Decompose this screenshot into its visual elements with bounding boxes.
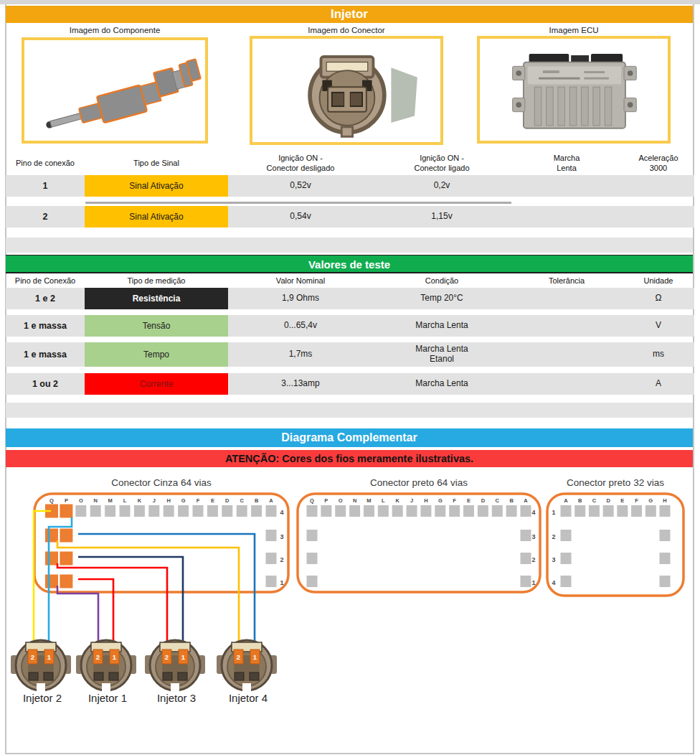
pin-column-letter: P: [65, 497, 68, 504]
wiring-diagram: Conector Cinza 64 viasQPONMLKJHGFEDCBA43…: [6, 470, 694, 754]
page-title: Injetor: [6, 6, 693, 23]
pin-cavity: [148, 505, 159, 517]
pin-column-letter: O: [339, 497, 343, 504]
nominal-value: 1,9 Ohms: [228, 294, 373, 304]
pin-cavity-highlighted: [45, 529, 58, 543]
pin-column-letter: G: [438, 497, 443, 504]
pin-cavity: [561, 576, 572, 587]
injector-connector: 21Injetor 2: [11, 640, 71, 704]
pin-cavity: [364, 505, 374, 517]
pin-cavity: [589, 505, 600, 517]
nominal-value: 1,7ms: [228, 350, 373, 360]
pins-value: 1 e massa: [6, 350, 85, 360]
pin-cavity: [164, 505, 174, 517]
pin-cavity: [75, 505, 86, 517]
pin-cavity: [266, 530, 277, 541]
injector-connector: 21Injetor 4: [217, 640, 277, 704]
pin-cavity: [335, 505, 346, 517]
pin-column-letter: N: [93, 497, 97, 504]
condition-value: Temp 20°C: [373, 294, 511, 304]
pin-cavity: [420, 505, 431, 517]
ign-on-disconnected-value: 0,52v: [228, 181, 373, 191]
pin-column-letter: H: [166, 497, 170, 504]
pin-cavity-highlighted: [60, 505, 72, 518]
pin-column-letter: Q: [310, 497, 314, 504]
pin-column-letter: H: [424, 497, 427, 504]
pin-column-letter: A: [564, 497, 568, 504]
injector-label: Injetor 3: [157, 692, 196, 704]
pin-cavity: [660, 505, 671, 517]
pin-number: 2: [6, 212, 85, 222]
pin-cavity: [193, 505, 204, 517]
pin-cavity: [617, 505, 628, 517]
pin-cavity: [631, 505, 642, 517]
pin-column-letter: N: [353, 497, 356, 504]
empty-row-band: [6, 403, 693, 418]
pin-cavity-highlighted: [45, 575, 58, 588]
ign-on-connected-value: 0,2v: [373, 181, 511, 191]
test-table-row: 1 ou 2 Corrente 3...13amp Marcha Lenta A: [6, 373, 694, 395]
pin-cavity: [435, 505, 445, 517]
pins-value: 1 e massa: [6, 321, 85, 331]
injector-component-illustration: [24, 40, 205, 141]
pin-cavity: [90, 505, 101, 517]
connector-title: Conector Cinza 64 vias: [111, 477, 212, 488]
pin-column-letter: E: [467, 497, 470, 504]
pin-row-number: 4: [531, 509, 535, 516]
pin-cavity: [463, 505, 474, 517]
pin-row-number: 3: [552, 556, 555, 563]
pin-row-number: 1: [552, 509, 555, 516]
pin-column-letter: J: [410, 497, 413, 504]
pin-cavity: [349, 505, 360, 517]
unit-value: ms: [623, 350, 694, 360]
pin-1-label: 1: [181, 653, 186, 661]
pin-cavity: [645, 505, 656, 517]
pin-column-letter: F: [453, 497, 456, 504]
pin-2-label: 2: [96, 653, 100, 661]
ign-on-connected-value: 1,15v: [373, 212, 511, 222]
wire-red-a: [57, 563, 167, 651]
measure-badge: Resistência: [85, 288, 228, 309]
component-image: [22, 37, 208, 144]
nominal-value: 3...13amp: [228, 379, 373, 389]
injector-connector: 21Injetor 3: [145, 640, 205, 704]
pin-column-letter: F: [635, 497, 638, 504]
signal-header-idle: Marcha Lenta: [511, 154, 623, 174]
condition-value: Marcha Lenta: [373, 379, 511, 389]
pin-column-letter: Q: [49, 497, 54, 504]
pin-cavity: [134, 505, 145, 517]
pin-column-letter: B: [509, 497, 514, 504]
pin-column-letter: F: [197, 497, 200, 504]
diagram-warning: ATENÇÃO: Cores dos fios meramente ilustr…: [6, 450, 693, 467]
pin-row-number: 1: [280, 579, 283, 586]
pin-cavity: [574, 505, 585, 517]
test-header-tolerance: Tolerância: [511, 276, 623, 286]
pin-column-letter: G: [648, 497, 653, 504]
pin-row-number: 2: [280, 556, 283, 563]
signal-type-badge: Sinal Ativação: [85, 206, 228, 228]
pin-column-letter: K: [395, 497, 399, 504]
pin-cavity: [178, 505, 189, 517]
connector-title: Conector preto 32 vias: [567, 477, 664, 488]
pin-cavity: [449, 505, 460, 517]
injector-label: Injetor 2: [23, 692, 62, 704]
pin-number: 1: [6, 181, 85, 191]
ecu-illustration: [480, 39, 668, 141]
pin-cavity: [492, 505, 503, 517]
pin-cavity: [237, 505, 247, 517]
pin-cavity: [207, 505, 218, 517]
test-table-header: Pino de Conexão Tipo de medição Valor No…: [6, 276, 694, 287]
pin-row-number: 1: [531, 579, 535, 586]
connector-image-caption: Imagem do Conector: [250, 26, 443, 34]
injector-label: Injetor 4: [229, 692, 268, 704]
pin-column-letter: A: [524, 497, 528, 504]
connector-title: Conector preto 64 vias: [370, 477, 468, 488]
pin-column-letter: C: [496, 497, 500, 504]
pin-cavity: [521, 530, 531, 541]
pin-column-letter: E: [211, 497, 214, 504]
ecu-image: [477, 36, 671, 144]
test-header-nominal: Valor Nominal: [228, 276, 373, 286]
pin-cavity: [392, 505, 403, 517]
pin-cavity: [561, 530, 572, 541]
pin-cavity: [561, 505, 572, 517]
